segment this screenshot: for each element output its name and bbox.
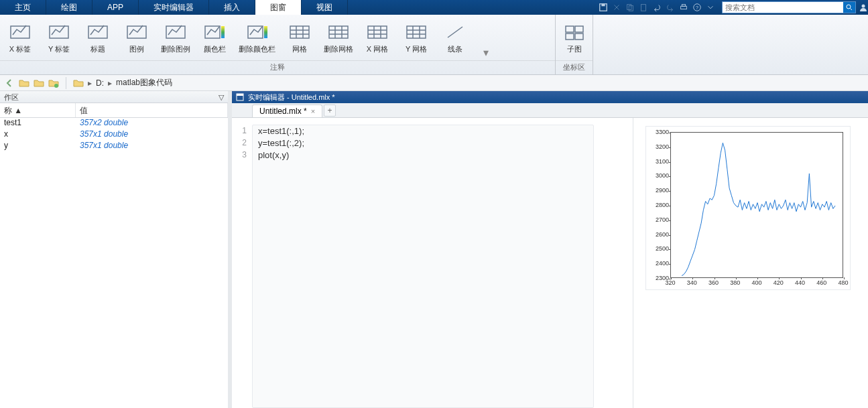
svg-rect-24 xyxy=(566,26,574,32)
svg-rect-1 xyxy=(601,4,605,7)
cut-icon[interactable] xyxy=(612,3,621,12)
folder-icon-1[interactable] xyxy=(19,78,29,88)
help-icon[interactable]: ? xyxy=(692,3,702,12)
workspace-menu-icon[interactable]: ▽ xyxy=(219,91,224,103)
folder-open-icon[interactable] xyxy=(48,78,59,88)
ribbon-item-6[interactable]: 删除颜色栏 xyxy=(239,24,275,54)
tab-view[interactable]: 视图 xyxy=(302,0,348,15)
svg-point-9 xyxy=(847,5,851,9)
svg-point-10 xyxy=(862,5,865,8)
ribbon-item-4[interactable]: 删除图例 xyxy=(161,24,190,54)
tab-app[interactable]: APP xyxy=(92,0,139,15)
folder-icon-2[interactable] xyxy=(34,78,44,88)
ribbon-item-10[interactable]: Y 网格 xyxy=(401,24,431,54)
menu-tabs: 主页 绘图 APP 实时编辑器 插入 图窗 视图 ? xyxy=(0,0,868,15)
path-sep-2: ▸ xyxy=(108,78,112,88)
file-tab-untitled[interactable]: Untitled.mlx * × xyxy=(252,105,322,117)
svg-rect-18 xyxy=(248,26,263,38)
svg-rect-4 xyxy=(641,5,646,11)
file-tab-label: Untitled.mlx * xyxy=(259,107,307,116)
folder-current-icon xyxy=(73,78,84,88)
svg-rect-20 xyxy=(290,26,309,38)
svg-rect-27 xyxy=(575,33,583,40)
path-drive[interactable]: D: xyxy=(96,78,104,88)
save-icon[interactable] xyxy=(599,3,608,12)
workspace-row[interactable]: x357x1 double xyxy=(0,129,228,141)
user-icon[interactable] xyxy=(859,3,867,11)
print-icon[interactable] xyxy=(679,3,688,12)
ribbon-item-8[interactable]: 删除网格 xyxy=(324,24,353,54)
tab-plot[interactable]: 绘图 xyxy=(46,0,92,15)
svg-rect-6 xyxy=(682,5,685,7)
workspace-title: 作区 xyxy=(4,91,19,103)
back-icon[interactable] xyxy=(4,78,15,88)
redo-icon[interactable] xyxy=(666,3,675,12)
editor-window-icon xyxy=(236,93,244,101)
search-go-button[interactable] xyxy=(843,2,855,13)
ribbon-item-7[interactable]: 网格 xyxy=(285,24,314,54)
ribbon-item-11[interactable]: 线条 xyxy=(440,24,470,54)
copy-icon[interactable] xyxy=(625,3,635,12)
ribbon-item-5[interactable]: 颜色栏 xyxy=(200,24,229,54)
path-folder[interactable]: matlab图象代码 xyxy=(116,77,172,88)
svg-rect-30 xyxy=(237,94,243,96)
svg-rect-19 xyxy=(264,26,267,38)
search-box[interactable] xyxy=(722,1,856,13)
quick-access-toolbar: ? xyxy=(595,0,719,15)
svg-text:?: ? xyxy=(696,5,698,10)
tab-figure[interactable]: 图窗 xyxy=(255,0,302,15)
svg-point-28 xyxy=(54,84,58,88)
ribbon-overflow[interactable]: ▾ xyxy=(479,45,493,60)
output-plot: 2300240025002600270028002900300031003200… xyxy=(645,126,851,290)
search-input[interactable] xyxy=(723,3,843,11)
tab-liveeditor[interactable]: 实时编辑器 xyxy=(139,0,209,15)
ribbon-item-2[interactable]: 标题 xyxy=(83,24,113,54)
svg-rect-16 xyxy=(205,26,220,38)
workspace-row[interactable]: test1357x2 double xyxy=(0,118,228,129)
ribbon-item-0[interactable]: X 标签 xyxy=(5,24,35,54)
ribbon-group-label-annot: 注释 xyxy=(0,60,555,74)
svg-rect-21 xyxy=(329,26,348,38)
ribbon-group-label-axes: 坐标区 xyxy=(556,60,593,74)
editor-panel: 实时编辑器 - Untitled.mlx * Untitled.mlx * × … xyxy=(232,91,868,408)
undo-icon[interactable] xyxy=(652,3,662,12)
ribbon-item-1[interactable]: Y 标签 xyxy=(44,24,74,54)
line-gutter: 123 xyxy=(232,125,252,408)
ribbon-item-3[interactable]: 图例 xyxy=(122,24,151,54)
close-tab-icon[interactable]: × xyxy=(311,107,315,115)
tab-home[interactable]: 主页 xyxy=(0,0,46,15)
path-sep-1: ▸ xyxy=(88,78,92,88)
svg-rect-17 xyxy=(221,26,225,38)
editor-title-text: 实时编辑器 - Untitled.mlx * xyxy=(248,92,335,103)
dropdown-icon[interactable] xyxy=(706,3,715,12)
svg-rect-26 xyxy=(566,33,574,40)
workspace-col-name[interactable]: 称 ▲ xyxy=(0,103,76,117)
svg-rect-25 xyxy=(575,26,583,32)
svg-rect-23 xyxy=(407,26,426,38)
code-editor[interactable]: x=test1(:,1); y=test1(:,2); plot(x,y) xyxy=(252,125,594,408)
ribbon: X 标签Y 标签标题图例删除图例颜色栏删除颜色栏网格删除网格X 网格Y 网格线条… xyxy=(0,15,868,75)
workspace-panel: 作区 ▽ 称 ▲ 值 test1357x2 doublex357x1 doubl… xyxy=(0,91,232,408)
add-tab-button[interactable]: + xyxy=(324,105,336,117)
tab-insert[interactable]: 插入 xyxy=(209,0,255,15)
workspace-row[interactable]: y357x1 double xyxy=(0,141,228,152)
path-bar: ▸ D: ▸ matlab图象代码 xyxy=(0,75,868,91)
workspace-col-value[interactable]: 值 xyxy=(76,103,228,117)
svg-rect-22 xyxy=(368,26,387,38)
svg-rect-5 xyxy=(681,6,687,9)
paste-icon[interactable] xyxy=(639,3,648,12)
ribbon-subplot[interactable]: 子图 xyxy=(560,24,589,54)
ribbon-item-9[interactable]: X 网格 xyxy=(363,24,392,54)
